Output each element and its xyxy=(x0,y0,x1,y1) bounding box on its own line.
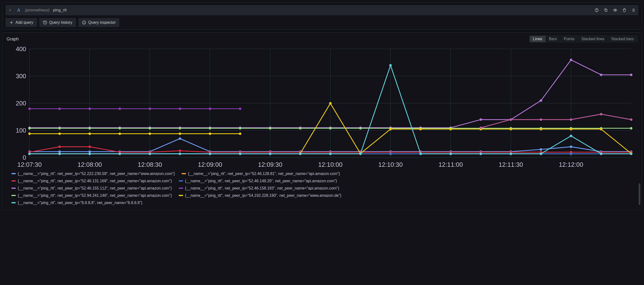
svg-point-207 xyxy=(359,152,362,155)
svg-point-193 xyxy=(570,128,572,130)
svg-text:400: 400 xyxy=(16,45,26,52)
add-query-label: Add query xyxy=(16,20,33,25)
svg-point-178 xyxy=(88,133,91,135)
scrollbar-thumb[interactable] xyxy=(639,183,640,205)
svg-point-165 xyxy=(329,127,332,129)
svg-point-6 xyxy=(633,10,633,10)
legend-item[interactable]: {__name__="ping_rtt", net_peer_ip="52.46… xyxy=(182,172,340,176)
legend-item[interactable]: {__name__="ping_rtt", net_peer_ip="52.46… xyxy=(12,186,172,191)
svg-text:200: 200 xyxy=(16,100,26,107)
viz-option-bars[interactable]: Bars xyxy=(546,36,560,42)
svg-text:12:10:30: 12:10:30 xyxy=(378,161,403,168)
svg-point-211 xyxy=(480,152,482,155)
legend-label: {__name__="ping_rtt", net_peer_ip="52.46… xyxy=(185,186,339,191)
svg-text:12:11:00: 12:11:00 xyxy=(438,161,463,168)
svg-text:12:10:00: 12:10:00 xyxy=(318,161,342,168)
svg-point-179 xyxy=(118,133,121,135)
svg-point-182 xyxy=(209,133,211,135)
svg-text:0: 0 xyxy=(23,154,26,161)
svg-point-194 xyxy=(600,128,602,130)
svg-point-154 xyxy=(239,107,241,110)
viz-option-points[interactable]: Points xyxy=(560,36,578,42)
svg-point-145 xyxy=(600,73,602,76)
svg-point-215 xyxy=(600,152,602,155)
svg-point-44 xyxy=(88,150,91,153)
viz-option-stacked-lines[interactable]: Stacked lines xyxy=(578,36,608,42)
svg-text:12:09:30: 12:09:30 xyxy=(258,161,282,168)
svg-text:12:07:30: 12:07:30 xyxy=(18,161,42,168)
query-row-left: A (prometheus) ping_rtt xyxy=(8,8,594,13)
query-history-button[interactable]: Query history xyxy=(39,18,76,27)
trash-icon[interactable] xyxy=(622,8,627,12)
legend-swatch xyxy=(12,180,16,182)
svg-point-200 xyxy=(149,152,151,155)
svg-point-205 xyxy=(299,152,302,155)
svg-point-188 xyxy=(420,128,422,130)
query-letter[interactable]: A xyxy=(16,8,22,13)
datasource-name: (prometheus) xyxy=(25,8,50,12)
svg-point-177 xyxy=(58,133,61,135)
help-icon[interactable] xyxy=(594,8,599,12)
svg-point-60 xyxy=(570,145,572,148)
svg-point-202 xyxy=(209,152,211,155)
svg-point-147 xyxy=(28,107,31,110)
legend-item[interactable]: {__name__="ping_rtt", net_peer_ip="52.46… xyxy=(179,179,337,183)
svg-point-175 xyxy=(630,127,632,129)
svg-point-212 xyxy=(510,152,512,155)
query-inspector-button[interactable]: Query inspector xyxy=(78,18,119,27)
svg-point-208 xyxy=(389,64,392,66)
svg-point-201 xyxy=(179,152,181,155)
legend-label: {__name__="ping_rtt", net_peer_ip="52.46… xyxy=(188,172,340,176)
drag-handle-icon[interactable] xyxy=(631,8,636,12)
query-row: A (prometheus) ping_rtt xyxy=(6,5,638,15)
query-inspector-label: Query inspector xyxy=(88,20,116,25)
legend: {__name__="ping_rtt", net_peer_ip="52.22… xyxy=(6,172,638,207)
viz-option-stacked-bars[interactable]: Stacked bars xyxy=(608,36,637,42)
svg-point-7 xyxy=(634,10,634,10)
svg-point-216 xyxy=(630,152,632,155)
legend-label: {__name__="ping_rtt", net_peer_ip="52.46… xyxy=(18,179,172,183)
graph-panel: Graph LinesBarsPointsStacked linesStacke… xyxy=(2,32,642,210)
query-history-label: Query history xyxy=(49,20,72,25)
svg-point-143 xyxy=(540,99,542,102)
svg-text:12:08:00: 12:08:00 xyxy=(78,161,102,168)
svg-point-148 xyxy=(58,107,61,110)
legend-label: {__name__="ping_rtt", net_peer_ip="52.94… xyxy=(18,193,172,198)
svg-point-144 xyxy=(570,59,572,61)
legend-item[interactable]: {__name__="ping_rtt", net_peer_ip="52.46… xyxy=(12,179,172,183)
legend-item[interactable]: {__name__="ping_rtt", net_peer_ip="54.19… xyxy=(179,193,342,198)
query-toolbar: Add query Query history Query inspector xyxy=(6,18,638,27)
legend-item[interactable]: {__name__="ping_rtt", net_peer_ip="52.94… xyxy=(12,193,172,198)
svg-rect-2 xyxy=(605,9,607,11)
legend-label: {__name__="ping_rtt", net_peer_ip="54.19… xyxy=(185,193,342,198)
svg-text:12:09:00: 12:09:00 xyxy=(198,161,222,168)
svg-point-146 xyxy=(630,73,632,76)
svg-point-160 xyxy=(179,127,181,129)
legend-swatch xyxy=(179,180,183,182)
graph-title: Graph xyxy=(6,37,529,42)
legend-label: {__name__="ping_rtt", net_peer_ip="52.46… xyxy=(185,179,337,183)
chart-area[interactable]: 010020030040012:07:3012:08:0012:08:3012:… xyxy=(6,45,638,170)
chevron-right-icon[interactable] xyxy=(8,8,12,12)
add-query-button[interactable]: Add query xyxy=(6,18,37,27)
svg-point-220 xyxy=(570,118,572,121)
svg-point-153 xyxy=(209,107,211,110)
legend-item[interactable]: {__name__="ping_rtt", net_peer_ip="8.8.8… xyxy=(12,201,142,205)
svg-point-185 xyxy=(329,102,332,104)
legend-swatch xyxy=(12,173,16,174)
svg-point-8 xyxy=(633,11,633,12)
svg-point-117 xyxy=(389,152,392,155)
svg-text:12:12:00: 12:12:00 xyxy=(559,161,584,168)
legend-item[interactable]: {__name__="ping_rtt", net_peer_ip="52.46… xyxy=(179,186,339,191)
eye-icon[interactable] xyxy=(613,8,618,12)
legend-swatch xyxy=(12,195,16,196)
copy-icon[interactable] xyxy=(604,8,608,12)
viz-option-lines[interactable]: Lines xyxy=(530,36,546,42)
svg-point-5 xyxy=(634,9,634,9)
svg-text:300: 300 xyxy=(16,73,26,79)
svg-point-43 xyxy=(58,150,61,153)
svg-point-192 xyxy=(540,128,542,130)
svg-point-176 xyxy=(28,133,31,135)
svg-point-166 xyxy=(359,127,362,129)
legend-item[interactable]: {__name__="ping_rtt", net_peer_ip="52.22… xyxy=(12,172,175,176)
